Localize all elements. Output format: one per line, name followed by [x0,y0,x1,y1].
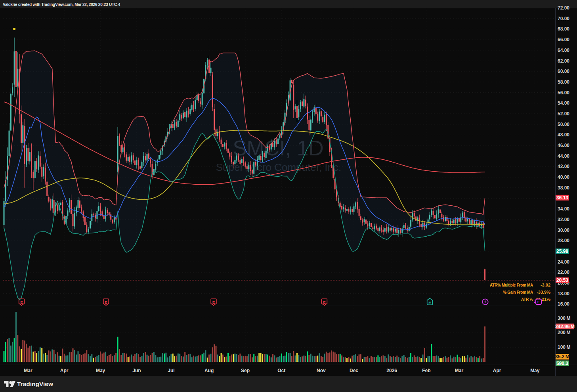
svg-text:% Gain From MA: % Gain From MA [503,290,533,294]
svg-text:46.00: 46.00 [558,143,569,148]
svg-text:58.00: 58.00 [558,79,569,85]
svg-text:42.00: 42.00 [558,164,569,169]
svg-text:20.53: 20.53 [556,277,568,283]
svg-text:44.00: 44.00 [558,153,569,159]
svg-text:60.00: 60.00 [558,69,569,74]
svg-text:52.00: 52.00 [558,111,569,117]
svg-text:50.00: 50.00 [558,122,569,127]
svg-text:62.00: 62.00 [558,58,569,64]
svg-text:Dec: Dec [350,368,358,373]
svg-text:35.2 M: 35.2 M [555,354,569,359]
svg-text:Nov: Nov [317,368,326,373]
svg-text:2026: 2026 [386,368,397,373]
svg-text:72.00: 72.00 [558,5,569,11]
svg-text:24.00: 24.00 [558,259,569,265]
svg-text:22.00: 22.00 [558,270,569,275]
svg-text:ATR% Multiple From MA: ATR% Multiple From MA [490,283,533,287]
svg-text:34.00: 34.00 [558,206,569,212]
svg-text:32.00: 32.00 [558,217,569,222]
svg-text:36.13: 36.13 [556,195,568,201]
svg-text:Sep: Sep [241,368,250,373]
svg-text:48.00: 48.00 [558,132,569,138]
svg-text:300 M: 300 M [558,316,570,321]
svg-text:100 M: 100 M [558,344,570,350]
svg-text:Valckrie created with TradingV: Valckrie created with TradingView.com, M… [3,2,120,7]
svg-text:E: E [428,300,431,305]
svg-text:18.00: 18.00 [558,291,569,296]
svg-text:Oct: Oct [277,368,285,373]
svg-text:200 M: 200 M [558,330,570,335]
svg-text:Aug: Aug [204,368,214,373]
svg-text:E: E [212,300,215,304]
svg-text:70.00: 70.00 [558,16,569,21]
svg-text:Jun: Jun [132,368,141,373]
svg-text:40.00: 40.00 [558,174,569,180]
svg-text:E: E [323,300,325,304]
svg-text:Feb: Feb [422,368,430,373]
svg-text:Jul: Jul [168,368,174,373]
svg-text:25.98: 25.98 [556,249,568,254]
svg-text:28.00: 28.00 [558,238,569,243]
svg-text:16.00: 16.00 [558,301,569,307]
svg-text:Apr: Apr [60,368,69,373]
svg-text:ATR %: ATR % [521,297,533,302]
svg-text:56.00: 56.00 [558,90,569,96]
svg-text:Mar: Mar [24,368,32,373]
svg-text:May: May [530,368,540,373]
svg-text:54.00: 54.00 [558,100,569,106]
svg-text:590.3: 590.3 [556,361,568,366]
svg-text:64.00: 64.00 [558,48,569,53]
svg-text:Apr: Apr [493,368,501,373]
svg-text:38.00: 38.00 [558,185,569,191]
svg-text:242.96 M: 242.96 M [555,324,575,329]
svg-text:68.00: 68.00 [558,26,569,32]
svg-text:30.00: 30.00 [558,228,569,233]
svg-text:E: E [20,300,23,304]
svg-text:TradingView: TradingView [17,381,53,387]
svg-text:Mar: Mar [455,368,464,373]
svg-text:E: E [537,300,540,304]
svg-text:May: May [96,368,105,373]
svg-text:66.00: 66.00 [558,37,569,42]
svg-text:-33.9%: -33.9% [537,290,550,294]
svg-text:E: E [105,300,107,304]
svg-text:-3.02: -3.02 [541,283,550,287]
